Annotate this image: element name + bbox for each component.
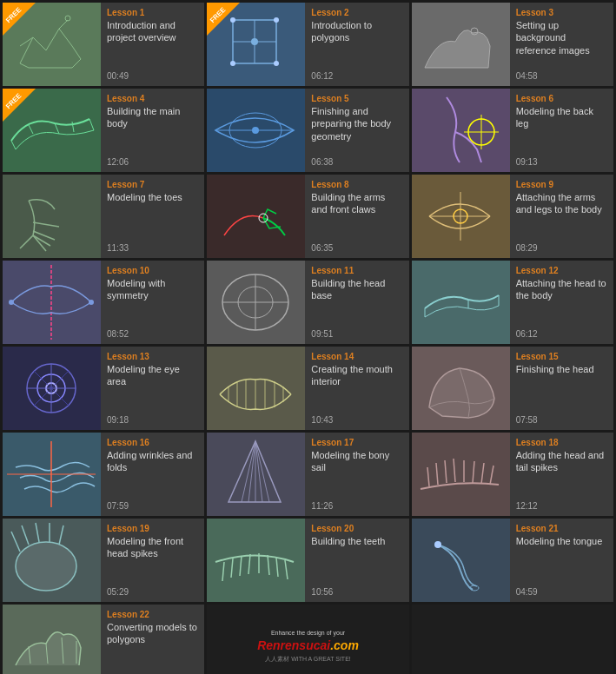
lesson-duration-7: 11:33 <box>107 243 198 253</box>
lesson-info-4: Lesson 4Building the main body12:06 <box>101 89 204 172</box>
lesson-duration-12: 06:12 <box>516 329 607 339</box>
svg-rect-40 <box>412 261 510 344</box>
lesson-card-22[interactable]: Lesson 22Converting models to polygons08… <box>3 605 204 674</box>
svg-point-9 <box>251 38 258 45</box>
lesson-number-2: Lesson 2 <box>311 8 402 17</box>
lesson-duration-9: 08:29 <box>516 243 607 253</box>
lesson-number-6: Lesson 6 <box>516 94 607 103</box>
svg-point-77 <box>16 542 76 591</box>
lesson-title-4: Building the main body <box>107 105 198 154</box>
lesson-info-20: Lesson 20Building the teeth10:56 <box>305 519 408 602</box>
lesson-card-20[interactable]: Lesson 20Building the teeth10:56 <box>207 519 408 602</box>
lesson-card-12[interactable]: Lesson 12Attaching the head to the body0… <box>412 261 613 344</box>
lesson-thumb-18 <box>412 433 510 516</box>
lesson-title-3: Setting up background reference images <box>516 19 607 68</box>
lesson-number-9: Lesson 9 <box>516 180 607 189</box>
lesson-thumb-6 <box>412 89 510 172</box>
lesson-title-11: Building the head base <box>311 277 402 326</box>
lesson-card-6[interactable]: Lesson 6Modeling the back leg09:13 <box>412 89 613 172</box>
lesson-card-10[interactable]: Lesson 10Modeling with symmetry08:52 <box>3 261 204 344</box>
svg-rect-67 <box>412 433 510 516</box>
lesson-title-15: Finishing the head <box>516 363 607 412</box>
lesson-title-9: Attaching the arms and legs to the body <box>516 191 607 240</box>
lesson-duration-3: 04:58 <box>516 71 607 81</box>
lesson-card-8[interactable]: Lesson 8Building the arms and front claw… <box>207 175 408 258</box>
lesson-card-21[interactable]: Lesson 21Modeling the tongue04:59 <box>412 519 613 602</box>
lesson-info-15: Lesson 15Finishing the head07:58 <box>510 347 613 430</box>
lesson-number-11: Lesson 11 <box>311 266 402 275</box>
lesson-card-4[interactable]: FREELesson 4Building the main body12:06 <box>3 89 204 172</box>
lesson-title-12: Attaching the head to the body <box>516 277 607 326</box>
lesson-number-18: Lesson 18 <box>516 438 607 447</box>
lesson-title-10: Modeling with symmetry <box>107 277 198 326</box>
lesson-duration-15: 07:58 <box>516 415 607 425</box>
logo-cell: Enhance the design of your Renrensucai.c… <box>207 605 408 674</box>
lesson-thumb-11 <box>207 261 305 344</box>
lesson-info-21: Lesson 21Modeling the tongue04:59 <box>510 519 613 602</box>
svg-point-12 <box>274 61 279 66</box>
lesson-thumb-14 <box>207 347 305 430</box>
lesson-duration-4: 12:06 <box>107 157 198 167</box>
lesson-card-7[interactable]: Lesson 7Modeling the toes11:33 <box>3 175 204 258</box>
svg-rect-25 <box>3 175 101 258</box>
lesson-card-2[interactable]: FREELesson 2Introduction to polygons06:1… <box>207 3 408 86</box>
lesson-thumb-12 <box>412 261 510 344</box>
lesson-number-10: Lesson 10 <box>107 266 198 275</box>
lesson-thumb-5 <box>207 89 305 172</box>
lesson-title-20: Building the teeth <box>311 535 402 584</box>
lesson-card-14[interactable]: Lesson 14Creating the mouth interior10:4… <box>207 347 408 430</box>
lesson-card-11[interactable]: Lesson 11Building the head base09:51 <box>207 261 408 344</box>
svg-point-34 <box>89 300 94 305</box>
lesson-number-22: Lesson 22 <box>107 610 198 619</box>
lesson-thumb-3 <box>412 3 510 86</box>
lesson-card-9[interactable]: Lesson 9Attaching the arms and legs to t… <box>412 175 613 258</box>
lesson-title-18: Adding the head and tail spikes <box>516 449 607 498</box>
lesson-duration-5: 06:38 <box>311 157 402 167</box>
lesson-duration-14: 10:43 <box>311 415 402 425</box>
lesson-info-7: Lesson 7Modeling the toes11:33 <box>101 175 204 258</box>
lesson-title-19: Modeling the front head spikes <box>107 535 198 584</box>
lesson-info-2: Lesson 2Introduction to polygons06:12 <box>305 3 408 86</box>
lesson-info-18: Lesson 18Adding the head and tail spikes… <box>510 433 613 516</box>
lesson-title-14: Creating the mouth interior <box>311 363 402 412</box>
lesson-number-1: Lesson 1 <box>107 8 198 17</box>
lesson-card-5[interactable]: Lesson 5Finishing and preparing the body… <box>207 89 408 172</box>
lesson-card-17[interactable]: Lesson 17Modeling the bony sail11:26 <box>207 433 408 516</box>
lesson-card-3[interactable]: Lesson 3Setting up background reference … <box>412 3 613 86</box>
lesson-thumb-8 <box>207 175 305 258</box>
svg-point-20 <box>252 127 259 134</box>
lesson-card-16[interactable]: Lesson 16Adding wrinkles and folds07:59 <box>3 433 204 516</box>
lesson-number-13: Lesson 13 <box>107 352 198 361</box>
lesson-info-22: Lesson 22Converting models to polygons08… <box>101 605 204 674</box>
lesson-duration-18: 12:12 <box>516 501 607 511</box>
lesson-info-16: Lesson 16Adding wrinkles and folds07:59 <box>101 433 204 516</box>
lesson-card-1[interactable]: FREELesson 1Introduction and project ove… <box>3 3 204 86</box>
lesson-thumb-1: FREE <box>3 3 101 86</box>
lesson-info-1: Lesson 1Introduction and project overvie… <box>101 3 204 86</box>
lesson-info-19: Lesson 19Modeling the front head spikes0… <box>101 519 204 602</box>
lesson-duration-16: 07:59 <box>107 501 198 511</box>
lesson-thumb-21 <box>412 519 510 602</box>
lesson-number-12: Lesson 12 <box>516 266 607 275</box>
empty-cell <box>412 605 613 674</box>
lesson-duration-8: 06:35 <box>311 243 402 253</box>
lesson-card-13[interactable]: Lesson 13Modeling the eye area09:18 <box>3 347 204 430</box>
lesson-number-16: Lesson 16 <box>107 438 198 447</box>
lesson-title-21: Modeling the tongue <box>516 535 607 584</box>
lesson-card-18[interactable]: Lesson 18Adding the head and tail spikes… <box>412 433 613 516</box>
svg-point-13 <box>230 61 235 66</box>
lesson-title-6: Modeling the back leg <box>516 105 607 154</box>
lesson-duration-20: 10:56 <box>311 587 402 597</box>
lesson-number-5: Lesson 5 <box>311 94 402 103</box>
lesson-number-17: Lesson 17 <box>311 438 402 447</box>
lesson-card-15[interactable]: Lesson 15Finishing the head07:58 <box>412 347 613 430</box>
lesson-duration-17: 11:26 <box>311 501 402 511</box>
lesson-number-7: Lesson 7 <box>107 180 198 189</box>
lesson-number-3: Lesson 3 <box>516 8 607 17</box>
lesson-duration-1: 00:49 <box>107 71 198 81</box>
lesson-title-22: Converting models to polygons <box>107 621 198 670</box>
lesson-card-19[interactable]: Lesson 19Modeling the front head spikes0… <box>3 519 204 602</box>
svg-rect-21 <box>412 89 510 172</box>
lesson-number-21: Lesson 21 <box>516 524 607 533</box>
lesson-duration-21: 04:59 <box>516 587 607 597</box>
